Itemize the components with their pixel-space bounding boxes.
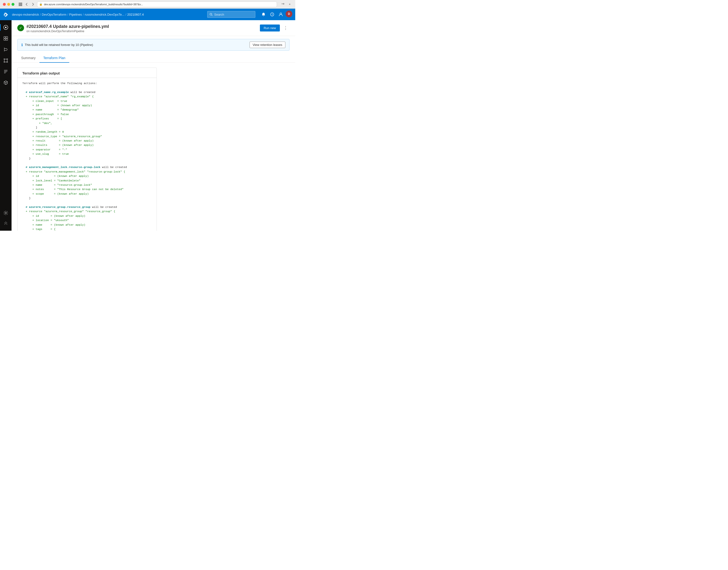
sidebar-item-artifacts[interactable] xyxy=(0,77,12,88)
app-container: devops-mckendrick / DevOpsTerraform / Pi… xyxy=(0,9,295,231)
breadcrumb-build-id: 20210607.4 xyxy=(127,13,144,16)
svg-rect-7 xyxy=(20,5,21,6)
tab-summary[interactable]: Summary xyxy=(17,54,39,63)
build-title-section: ✓ #20210607.4 Update azure-pipelines.yml… xyxy=(17,24,109,33)
svg-point-19 xyxy=(4,59,5,60)
share-icon[interactable] xyxy=(280,2,286,7)
titlebar-actions: + xyxy=(280,2,292,7)
main-content: ✓ #20210607.4 Update azure-pipelines.yml… xyxy=(12,20,295,231)
svg-point-23 xyxy=(5,212,6,214)
notifications-icon[interactable] xyxy=(260,11,267,18)
back-button[interactable] xyxy=(24,2,29,7)
url-text: dev.azure.com/devops-mckendrick/DevOpsTe… xyxy=(44,3,143,6)
svg-rect-6 xyxy=(19,5,20,6)
sidebar-item-settings[interactable] xyxy=(0,208,12,218)
tabs: Summary Terraform Plan xyxy=(12,54,295,63)
titlebar: 🔒 dev.azure.com/devops-mckendrick/DevOps… xyxy=(0,0,295,9)
tab-terraform-plan[interactable]: Terraform Plan xyxy=(39,54,69,63)
app-body: ✓ #20210607.4 Update azure-pipelines.yml… xyxy=(0,20,295,231)
sidebar-item-overview[interactable] xyxy=(0,22,12,33)
tf-comment-1: # azurecaf_name.rg_example xyxy=(26,90,69,94)
titlebar-nav xyxy=(24,2,36,7)
minimize-button[interactable] xyxy=(7,3,10,6)
apps-icon[interactable] xyxy=(18,2,23,6)
svg-rect-1 xyxy=(20,3,21,4)
svg-rect-5 xyxy=(21,4,22,5)
app-logo xyxy=(3,11,10,18)
sidebar-bottom xyxy=(0,208,12,229)
svg-point-14 xyxy=(5,27,6,28)
svg-rect-0 xyxy=(19,3,20,4)
svg-rect-4 xyxy=(20,4,21,5)
breadcrumb-pipeline-name[interactable]: russmckendrick.DevOpsTe... xyxy=(85,13,124,16)
breadcrumb: devops-mckendrick / DevOpsTerraform / Pi… xyxy=(12,13,144,16)
sidebar xyxy=(0,20,12,231)
svg-point-20 xyxy=(7,59,8,60)
tf-comment-2: # azurerm_management_lock.resource-group… xyxy=(26,166,100,169)
build-actions: Run new ⋮ xyxy=(260,24,289,32)
svg-rect-15 xyxy=(4,36,6,38)
app-topbar: devops-mckendrick / DevOpsTerraform / Pi… xyxy=(0,9,295,20)
svg-point-9 xyxy=(210,13,212,15)
sidebar-item-testplans[interactable] xyxy=(0,66,12,77)
retention-left: ℹ This build will be retained forever by… xyxy=(21,43,93,47)
plan-output-title: Terraform plan output xyxy=(18,68,157,78)
svg-rect-2 xyxy=(21,3,22,4)
add-tab-icon[interactable]: + xyxy=(287,2,292,7)
tf-comment-3: # azurerm_resource_group.resource_group xyxy=(26,206,90,209)
traffic-lights xyxy=(3,3,14,6)
search-bar[interactable]: Search xyxy=(207,11,255,18)
sidebar-item-repos[interactable] xyxy=(0,44,12,55)
plan-output-code: Terraform will perform the following act… xyxy=(18,78,157,231)
maximize-button[interactable] xyxy=(12,3,14,6)
retention-message: This build will be retained forever by 1… xyxy=(25,43,93,47)
titlebar-grid: 🔒 dev.azure.com/devops-mckendrick/DevOps… xyxy=(16,1,292,7)
breadcrumb-pipelines[interactable]: Pipelines xyxy=(69,13,82,16)
svg-text:?: ? xyxy=(271,13,273,16)
breadcrumb-project[interactable]: DevOpsTerraform xyxy=(42,13,67,16)
svg-rect-18 xyxy=(6,39,8,40)
account-icon[interactable] xyxy=(277,11,285,18)
plan-output-box: Terraform plan output Terraform will per… xyxy=(17,67,157,231)
build-success-icon: ✓ xyxy=(17,24,24,31)
build-header: ✓ #20210607.4 Update azure-pipelines.yml… xyxy=(12,20,295,36)
more-options-button[interactable]: ⋮ xyxy=(282,24,289,32)
svg-point-21 xyxy=(4,61,5,62)
svg-rect-17 xyxy=(4,39,6,40)
tf-line-1: Terraform will perform the following act… xyxy=(22,82,97,85)
search-placeholder: Search xyxy=(214,13,224,16)
svg-point-22 xyxy=(7,61,8,62)
info-icon: ℹ xyxy=(21,43,23,47)
forward-button[interactable] xyxy=(30,2,36,7)
help-icon[interactable]: ? xyxy=(268,11,276,18)
topbar-icons: ? D xyxy=(260,11,292,18)
view-retention-button[interactable]: View retention leases xyxy=(250,42,285,48)
retention-banner: ℹ This build will be retained forever by… xyxy=(17,39,289,51)
build-info: #20210607.4 Update azure-pipelines.yml o… xyxy=(26,24,109,33)
svg-rect-16 xyxy=(6,36,8,38)
build-subtitle: on russmckendrick.DevOpsTerraformPipelin… xyxy=(26,30,109,33)
avatar[interactable]: D xyxy=(286,11,292,17)
build-title: #20210607.4 Update azure-pipelines.yml xyxy=(26,24,109,29)
svg-rect-8 xyxy=(21,5,22,6)
sidebar-item-expand[interactable] xyxy=(0,218,12,229)
svg-rect-3 xyxy=(19,4,20,5)
close-button[interactable] xyxy=(3,3,6,6)
secure-icon: 🔒 xyxy=(39,3,42,6)
run-new-button[interactable]: Run new xyxy=(260,24,280,31)
sidebar-item-boards[interactable] xyxy=(0,33,12,44)
sidebar-item-pipelines[interactable] xyxy=(0,55,12,66)
url-bar[interactable]: 🔒 dev.azure.com/devops-mckendrick/DevOps… xyxy=(37,1,277,7)
content-area: Terraform plan output Terraform will per… xyxy=(12,63,295,231)
breadcrumb-org[interactable]: devops-mckendrick xyxy=(12,13,39,16)
